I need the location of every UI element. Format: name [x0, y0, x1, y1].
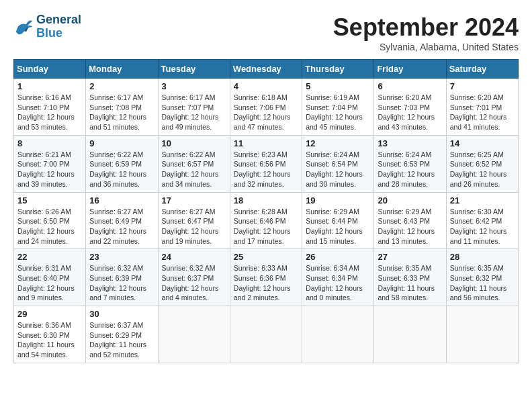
calendar-day-cell: 27Sunrise: 6:35 AMSunset: 6:33 PMDayligh… — [374, 249, 446, 306]
calendar-day-cell — [446, 306, 518, 363]
day-info: Sunrise: 6:22 AMSunset: 6:57 PMDaylight:… — [162, 150, 226, 189]
page-header: General Blue September 2024 Sylvania, Al… — [13, 13, 519, 52]
day-number: 5 — [306, 81, 370, 91]
calendar-day-cell: 17Sunrise: 6:27 AMSunset: 6:47 PMDayligh… — [158, 192, 230, 249]
weekday-header-row: SundayMondayTuesdayWednesdayThursdayFrid… — [14, 60, 519, 79]
day-number: 16 — [89, 195, 154, 205]
day-info: Sunrise: 6:20 AMSunset: 7:03 PMDaylight:… — [378, 93, 442, 132]
day-number: 6 — [378, 81, 442, 91]
day-info: Sunrise: 6:32 AMSunset: 6:37 PMDaylight:… — [162, 263, 226, 303]
calendar-day-cell: 6Sunrise: 6:20 AMSunset: 7:03 PMDaylight… — [374, 79, 446, 136]
calendar-day-cell: 19Sunrise: 6:29 AMSunset: 6:44 PMDayligh… — [302, 192, 374, 249]
calendar-week-row: 29Sunrise: 6:36 AMSunset: 6:30 PMDayligh… — [14, 306, 519, 363]
day-number: 12 — [306, 138, 370, 148]
day-number: 17 — [162, 195, 226, 205]
day-info: Sunrise: 6:20 AMSunset: 7:01 PMDaylight:… — [450, 93, 515, 132]
calendar-day-cell: 16Sunrise: 6:27 AMSunset: 6:49 PMDayligh… — [86, 192, 158, 249]
day-number: 14 — [450, 138, 515, 148]
day-number: 1 — [17, 81, 82, 91]
day-info: Sunrise: 6:17 AMSunset: 7:07 PMDaylight:… — [162, 93, 226, 132]
day-number: 25 — [234, 252, 298, 262]
calendar-day-cell — [302, 306, 374, 363]
calendar-day-cell: 8Sunrise: 6:21 AMSunset: 7:00 PMDaylight… — [14, 135, 86, 192]
day-info: Sunrise: 6:37 AMSunset: 6:29 PMDaylight:… — [89, 320, 154, 360]
calendar-day-cell: 15Sunrise: 6:26 AMSunset: 6:50 PMDayligh… — [14, 192, 86, 249]
day-number: 23 — [89, 252, 154, 262]
day-info: Sunrise: 6:27 AMSunset: 6:47 PMDaylight:… — [162, 207, 226, 246]
day-info: Sunrise: 6:19 AMSunset: 7:04 PMDaylight:… — [306, 93, 370, 132]
day-info: Sunrise: 6:30 AMSunset: 6:42 PMDaylight:… — [450, 207, 515, 246]
weekday-header-cell: Wednesday — [230, 60, 302, 79]
day-number: 27 — [378, 252, 442, 262]
day-number: 28 — [450, 252, 515, 262]
calendar-day-cell: 30Sunrise: 6:37 AMSunset: 6:29 PMDayligh… — [86, 306, 158, 363]
day-info: Sunrise: 6:16 AMSunset: 7:10 PMDaylight:… — [17, 93, 82, 132]
day-info: Sunrise: 6:18 AMSunset: 7:06 PMDaylight:… — [234, 93, 298, 132]
day-info: Sunrise: 6:35 AMSunset: 6:32 PMDaylight:… — [450, 263, 515, 303]
logo-text: General Blue — [36, 13, 81, 40]
calendar-day-cell: 22Sunrise: 6:31 AMSunset: 6:40 PMDayligh… — [14, 249, 86, 306]
day-number: 18 — [234, 195, 298, 205]
calendar-day-cell: 18Sunrise: 6:28 AMSunset: 6:46 PMDayligh… — [230, 192, 302, 249]
calendar-day-cell — [230, 306, 302, 363]
day-info: Sunrise: 6:35 AMSunset: 6:33 PMDaylight:… — [378, 263, 442, 303]
calendar-day-cell — [374, 306, 446, 363]
calendar-day-cell — [158, 306, 230, 363]
calendar-day-cell: 29Sunrise: 6:36 AMSunset: 6:30 PMDayligh… — [14, 306, 86, 363]
logo: General Blue — [13, 13, 81, 40]
calendar-week-row: 15Sunrise: 6:26 AMSunset: 6:50 PMDayligh… — [14, 192, 519, 249]
calendar-body: 1Sunrise: 6:16 AMSunset: 7:10 PMDaylight… — [14, 79, 519, 363]
calendar-week-row: 22Sunrise: 6:31 AMSunset: 6:40 PMDayligh… — [14, 249, 519, 306]
calendar-day-cell: 26Sunrise: 6:34 AMSunset: 6:34 PMDayligh… — [302, 249, 374, 306]
month-title: September 2024 — [333, 13, 519, 42]
day-number: 8 — [17, 138, 82, 148]
calendar-day-cell: 11Sunrise: 6:23 AMSunset: 6:56 PMDayligh… — [230, 135, 302, 192]
calendar-day-cell: 25Sunrise: 6:33 AMSunset: 6:36 PMDayligh… — [230, 249, 302, 306]
calendar-day-cell: 21Sunrise: 6:30 AMSunset: 6:42 PMDayligh… — [446, 192, 518, 249]
calendar-day-cell: 3Sunrise: 6:17 AMSunset: 7:07 PMDaylight… — [158, 79, 230, 136]
logo-icon — [13, 17, 34, 37]
calendar-day-cell: 14Sunrise: 6:25 AMSunset: 6:52 PMDayligh… — [446, 135, 518, 192]
calendar-week-row: 1Sunrise: 6:16 AMSunset: 7:10 PMDaylight… — [14, 79, 519, 136]
calendar-day-cell: 20Sunrise: 6:29 AMSunset: 6:43 PMDayligh… — [374, 192, 446, 249]
day-info: Sunrise: 6:34 AMSunset: 6:34 PMDaylight:… — [306, 263, 370, 303]
day-info: Sunrise: 6:24 AMSunset: 6:54 PMDaylight:… — [306, 150, 370, 189]
day-info: Sunrise: 6:36 AMSunset: 6:30 PMDaylight:… — [17, 320, 82, 360]
weekday-header-cell: Thursday — [302, 60, 374, 79]
day-number: 30 — [89, 309, 154, 319]
day-number: 15 — [17, 195, 82, 205]
day-number: 7 — [450, 81, 515, 91]
calendar-day-cell: 23Sunrise: 6:32 AMSunset: 6:39 PMDayligh… — [86, 249, 158, 306]
weekday-header-cell: Friday — [374, 60, 446, 79]
calendar-day-cell: 28Sunrise: 6:35 AMSunset: 6:32 PMDayligh… — [446, 249, 518, 306]
calendar-day-cell: 1Sunrise: 6:16 AMSunset: 7:10 PMDaylight… — [14, 79, 86, 136]
day-info: Sunrise: 6:26 AMSunset: 6:50 PMDaylight:… — [17, 207, 82, 246]
day-info: Sunrise: 6:21 AMSunset: 7:00 PMDaylight:… — [17, 150, 82, 189]
day-number: 4 — [234, 81, 298, 91]
day-number: 2 — [89, 81, 154, 91]
day-info: Sunrise: 6:31 AMSunset: 6:40 PMDaylight:… — [17, 263, 82, 303]
day-number: 11 — [234, 138, 298, 148]
calendar-day-cell: 4Sunrise: 6:18 AMSunset: 7:06 PMDaylight… — [230, 79, 302, 136]
day-number: 24 — [162, 252, 226, 262]
day-number: 10 — [162, 138, 226, 148]
day-info: Sunrise: 6:23 AMSunset: 6:56 PMDaylight:… — [234, 150, 298, 189]
calendar-day-cell: 13Sunrise: 6:24 AMSunset: 6:53 PMDayligh… — [374, 135, 446, 192]
day-number: 21 — [450, 195, 515, 205]
calendar-day-cell: 9Sunrise: 6:22 AMSunset: 6:59 PMDaylight… — [86, 135, 158, 192]
calendar-day-cell: 7Sunrise: 6:20 AMSunset: 7:01 PMDaylight… — [446, 79, 518, 136]
day-info: Sunrise: 6:17 AMSunset: 7:08 PMDaylight:… — [89, 93, 154, 132]
weekday-header-cell: Monday — [86, 60, 158, 79]
day-info: Sunrise: 6:28 AMSunset: 6:46 PMDaylight:… — [234, 207, 298, 246]
day-number: 20 — [378, 195, 442, 205]
day-number: 3 — [162, 81, 226, 91]
calendar-table: SundayMondayTuesdayWednesdayThursdayFrid… — [13, 59, 519, 363]
day-number: 19 — [306, 195, 370, 205]
calendar-day-cell: 5Sunrise: 6:19 AMSunset: 7:04 PMDaylight… — [302, 79, 374, 136]
day-info: Sunrise: 6:33 AMSunset: 6:36 PMDaylight:… — [234, 263, 298, 303]
title-block: September 2024 Sylvania, Alabama, United… — [333, 13, 519, 52]
day-number: 29 — [17, 309, 82, 319]
day-info: Sunrise: 6:27 AMSunset: 6:49 PMDaylight:… — [89, 207, 154, 246]
calendar-week-row: 8Sunrise: 6:21 AMSunset: 7:00 PMDaylight… — [14, 135, 519, 192]
calendar-day-cell: 10Sunrise: 6:22 AMSunset: 6:57 PMDayligh… — [158, 135, 230, 192]
